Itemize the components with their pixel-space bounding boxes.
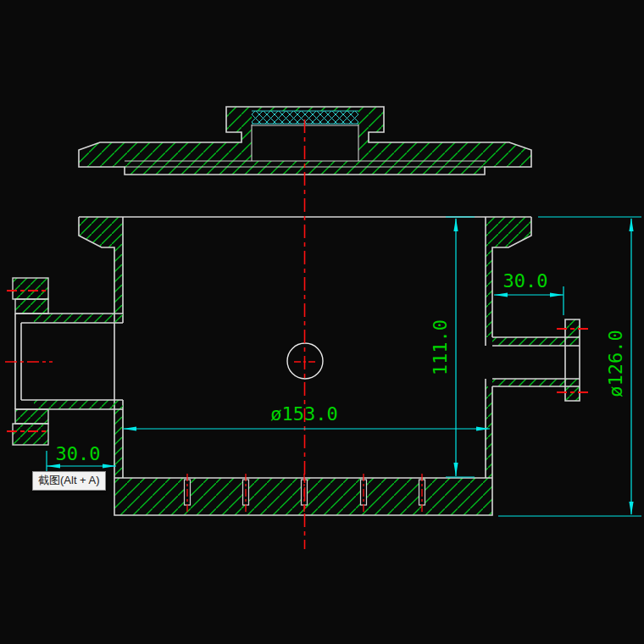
- vessel-wall-right-upper: [486, 247, 492, 337]
- left-flange-bottom-block-hatch: [13, 424, 48, 445]
- vessel-wall-left-lower: [114, 409, 123, 478]
- dim-arrow-top: [629, 218, 633, 231]
- dim-label: ø153.0: [270, 403, 337, 425]
- dim-arrow-top: [453, 218, 458, 231]
- vessel-lip-left-hatch: [79, 217, 123, 247]
- dim-arrow-left: [47, 464, 60, 468]
- dim-label: ø126.0: [605, 330, 626, 397]
- vessel-lip-right-hatch: [486, 217, 531, 247]
- left-port-tube-bottom-wall: [34, 400, 123, 409]
- dim-label: 30.0: [503, 270, 548, 291]
- dim-inner-diameter: ø153.0: [123, 403, 490, 431]
- dim-label: 111.0: [430, 319, 451, 375]
- screenshot-tooltip: 截图(Alt + A): [32, 471, 106, 491]
- right-port-tube-bottom-wall: [492, 379, 580, 386]
- dim-label: 30.0: [56, 443, 101, 464]
- vessel-wall-right-lower: [486, 386, 492, 478]
- dim-arrow-bottom: [453, 463, 458, 476]
- dim-port-right-length: 30.0: [494, 270, 564, 315]
- dim-outer-diameter: ø126.0: [498, 217, 641, 516]
- right-port-tube-top-wall: [492, 337, 580, 346]
- base-plate: [114, 474, 492, 515]
- dim-inner-depth: 111.0: [430, 217, 475, 477]
- dim-arrow-bottom: [629, 502, 633, 515]
- left-flange-top-collar-hatch: [15, 299, 48, 314]
- dim-arrow-left: [494, 292, 508, 297]
- cad-viewport: 30.0 111.0 ø153.0 ø126.0 30.0 截图(Alt + A…: [0, 0, 644, 644]
- left-flange-bottom-collar-hatch: [15, 409, 48, 424]
- left-flange-top-block-hatch: [13, 278, 48, 299]
- dim-port-left-length: 30.0: [47, 443, 116, 471]
- vessel-wall-left-upper: [114, 247, 123, 314]
- left-port-flange: [5, 278, 123, 445]
- dim-arrow-right: [550, 292, 564, 297]
- right-flange-bottom-block-hatch: [565, 386, 580, 401]
- drawing-canvas[interactable]: 30.0 111.0 ø153.0 ø126.0 30.0: [0, 0, 644, 644]
- left-port-tube-top-wall: [34, 314, 123, 323]
- right-port-flange: [492, 319, 588, 401]
- dim-arrow-left: [123, 426, 136, 430]
